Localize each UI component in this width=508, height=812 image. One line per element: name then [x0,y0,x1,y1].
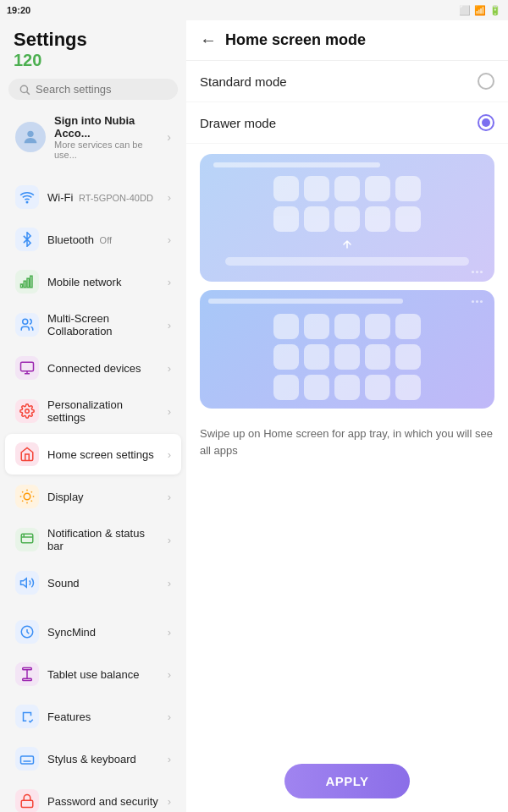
password-security-label: Password and security [47,795,159,808]
svg-line-20 [22,501,23,502]
search-input[interactable] [36,83,168,96]
svg-rect-5 [24,281,25,288]
display-icon [19,489,35,504]
stylus-keyboard-icon [19,751,35,766]
svg-rect-27 [23,668,32,670]
signal-icon: 📶 [474,5,486,16]
stylus-keyboard-chevron: › [168,753,171,765]
mobile-network-chevron: › [168,276,171,288]
home-screen-label: Home screen settings [47,448,159,461]
wifi-chevron: › [168,191,171,204]
syncmind-icon [19,624,35,639]
back-button[interactable]: ← [200,30,217,50]
sidebar: Settings 120 Sign into Nubia Acco... Mor… [0,20,186,812]
drawer-mode-radio[interactable] [478,114,494,131]
search-icon [19,84,30,96]
sidebar-item-personalization[interactable]: Personalization settings › [5,390,181,432]
preview-standard [200,154,494,282]
sidebar-item-sound[interactable]: Sound › [5,562,181,603]
preview-drawer [200,290,494,409]
syncmind-label: SyncMind [47,626,159,639]
bluetooth-chevron: › [168,233,171,246]
syncmind-chevron: › [168,626,171,639]
swipe-up-arrow [340,240,354,249]
svg-line-16 [22,491,23,492]
multi-screen-label: Multi-Screen Collaboration [47,312,159,337]
sidebar-item-features[interactable]: Features › [5,696,181,737]
tablet-balance-chevron: › [168,668,171,681]
battery-icon: 🔋 [489,5,501,16]
swipe-hint: Swipe up on Home screen for app tray, in… [186,419,508,469]
sidebar-title: Settings 120 [14,29,173,70]
wifi-label: Wi-Fi [47,191,73,204]
home-screen-chevron: › [168,448,171,461]
display-label: Display [47,491,159,503]
svg-rect-28 [23,678,32,680]
tablet-balance-label: Tablet use balance [47,668,159,681]
svg-marker-25 [21,579,27,588]
mobile-network-icon [19,274,35,289]
status-icons: ⬜ 📶 🔋 [459,5,501,16]
drawer-mode-radio-inner [482,118,490,127]
connected-devices-label: Connected devices [47,362,159,375]
account-sub: More services can be use... [54,140,158,160]
sound-icon [19,575,35,590]
svg-point-3 [26,201,28,203]
connected-devices-chevron: › [168,362,171,375]
sidebar-item-tablet-balance[interactable]: Tablet use balance › [5,654,181,694]
svg-rect-6 [27,278,29,288]
svg-line-21 [31,491,32,492]
svg-rect-7 [30,276,32,288]
standard-mode-label: Standard mode [200,74,287,89]
panel-title: Home screen mode [225,31,366,49]
sidebar-item-syncmind[interactable]: SyncMind › [5,612,181,652]
standard-mode-radio[interactable] [478,73,494,90]
features-label: Features [47,710,159,723]
notification-label: Notification & status bar [47,527,159,552]
svg-point-0 [20,85,27,92]
svg-point-2 [27,131,33,137]
multi-screen-chevron: › [168,319,171,332]
svg-line-1 [27,91,30,94]
sidebar-item-multi-screen[interactable]: Multi-Screen Collaboration › [5,304,181,346]
svg-line-17 [31,501,32,502]
sidebar-header: Settings 120 [0,20,186,74]
password-security-icon [19,793,35,809]
notification-chevron: › [168,534,171,546]
svg-rect-4 [21,284,23,288]
mobile-network-label: Mobile network [47,276,159,288]
svg-rect-22 [21,534,33,543]
sidebar-item-password-security[interactable]: Password and security › [5,781,181,812]
sidebar-item-notification[interactable]: Notification & status bar › [5,518,181,561]
sidebar-item-bluetooth[interactable]: Bluetooth Off › [5,219,181,260]
features-icon [19,709,35,724]
sidebar-item-display[interactable]: Display › [5,476,181,517]
stylus-keyboard-label: Stylus & keyboard [47,753,159,765]
svg-rect-30 [21,756,34,764]
status-bar: 19:20 ⬜ 📶 🔋 [0,0,508,20]
sidebar-item-wifi[interactable]: Wi-Fi RT-5GPON-40DD › [5,177,181,217]
drawer-mode-option[interactable]: Drawer mode [186,102,508,144]
sidebar-item-mobile-network[interactable]: Mobile network › [5,261,181,302]
sound-label: Sound [47,577,159,590]
standard-mode-option[interactable]: Standard mode [186,61,508,102]
status-time: 19:20 [7,5,30,15]
apply-btn-wrap: APPLY [186,750,508,812]
password-security-chevron: › [168,795,171,808]
sidebar-item-stylus-keyboard[interactable]: Stylus & keyboard › [5,738,181,779]
svg-point-13 [24,493,30,500]
svg-rect-9 [21,362,34,371]
cast-icon: ⬜ [459,5,471,16]
panel-header: ← Home screen mode [186,20,508,61]
connected-devices-icon [19,360,35,376]
sidebar-item-home-screen[interactable]: Home screen settings › [5,434,181,475]
account-row[interactable]: Sign into Nubia Acco... More services ca… [5,106,181,168]
preview-container [186,144,508,419]
multi-screen-icon [19,317,35,332]
apply-button[interactable]: APPLY [284,764,409,798]
svg-point-8 [23,319,28,324]
search-box[interactable] [8,79,178,100]
tablet-balance-icon [19,667,35,682]
sidebar-item-connected-devices[interactable]: Connected devices › [5,348,181,388]
avatar [15,122,46,152]
